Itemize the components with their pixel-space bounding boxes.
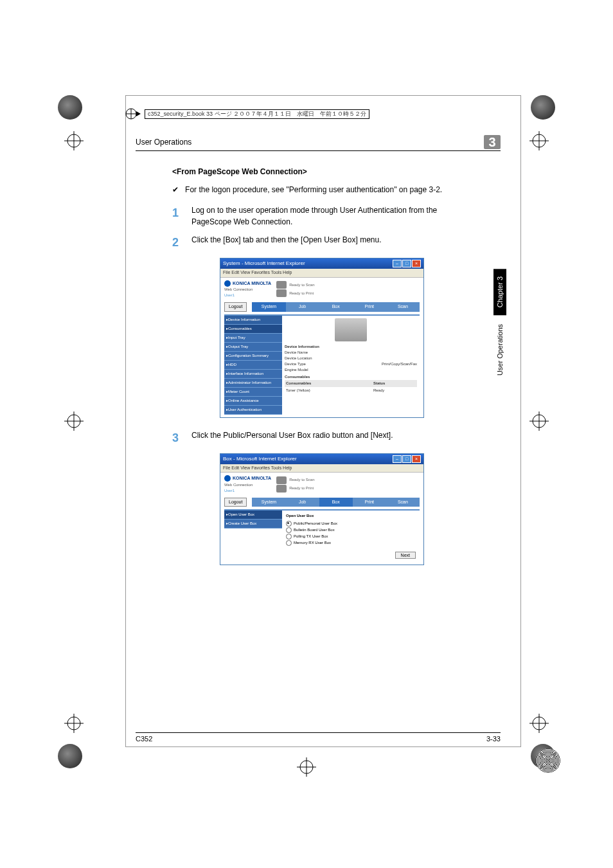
brand-name: KONICA MINOLTA xyxy=(233,475,271,482)
close-icon[interactable]: × xyxy=(412,455,421,463)
main-pane: Open User Box Public/Personal User Box B… xyxy=(282,511,420,562)
screenshot-system: System - Microsoft Internet Explorer – □… xyxy=(220,258,424,418)
status-scan: Ready to Scan xyxy=(289,477,314,483)
step-number: 2 xyxy=(172,234,182,251)
corner-decoration xyxy=(531,95,555,120)
sidebar-item-meter-count[interactable]: ▸Meter Count xyxy=(224,388,282,397)
field-label: Device Name xyxy=(285,350,417,356)
radio-option[interactable]: Memory RX User Box xyxy=(286,540,416,546)
window-title: Box - Microsoft Internet Explorer xyxy=(223,455,297,463)
field-label: Device Location xyxy=(285,356,417,361)
footer-model: C352 xyxy=(136,735,152,743)
minimize-icon[interactable]: – xyxy=(393,455,402,463)
chapter-number-badge: 3 xyxy=(484,135,501,149)
close-icon[interactable]: × xyxy=(412,260,421,267)
radio-icon xyxy=(286,527,292,533)
registration-mark-icon xyxy=(64,714,84,733)
sidebar: ▸Open User Box ▸Create User Box xyxy=(224,511,282,562)
tab-system[interactable]: System xyxy=(252,302,285,312)
logo-icon xyxy=(224,280,231,287)
sidebar-item-hdd[interactable]: ▸HDD xyxy=(224,361,282,370)
section-tab: User Operations xyxy=(496,321,504,378)
browser-menubar[interactable]: File Edit View Favorites Tools Help xyxy=(220,269,423,278)
logout-button[interactable]: Logout xyxy=(224,302,247,312)
note-text: For the logon procedure, see "Performing… xyxy=(185,184,442,195)
status-print: Ready to Print xyxy=(289,485,314,491)
table-header: Consumables xyxy=(285,380,372,387)
device-status: Ready to Scan Ready to Print xyxy=(276,281,314,297)
step-text: Click the Public/Personal User Box radio… xyxy=(191,429,393,441)
side-thumb-tab: Chapter 3 User Operations xyxy=(493,269,506,378)
section-header: User Operations 3 xyxy=(136,135,501,151)
radio-option[interactable]: Public/Personal User Box xyxy=(286,521,416,527)
brand-logo: KONICA MINOLTA xyxy=(224,280,271,287)
sidebar-item-interface-info[interactable]: ▸Interface Information xyxy=(224,370,282,379)
sidebar-item-create-user-box[interactable]: ▸Create User Box xyxy=(224,520,282,529)
screenshot-box: Box - Microsoft Internet Explorer – □ × … xyxy=(220,453,424,565)
user-label: User1 xyxy=(224,488,271,494)
tab-row: Logout System Job Box Print Scan xyxy=(220,301,423,313)
tab-box[interactable]: Box xyxy=(319,302,353,312)
note-row: ✔ For the logon procedure, see "Performi… xyxy=(172,184,468,195)
sidebar-item-online-assist[interactable]: ▸Online Assistance xyxy=(224,397,282,406)
logo-icon xyxy=(224,475,231,482)
tab-scan[interactable]: Scan xyxy=(386,498,420,507)
sidebar-item-consumables[interactable]: ▸Consumables xyxy=(224,325,282,334)
browser-menubar[interactable]: File Edit View Favorites Tools Help xyxy=(220,464,423,473)
sidebar-item-open-user-box[interactable]: ▸Open User Box xyxy=(224,511,282,520)
registration-mark-icon xyxy=(529,131,549,150)
tab-system[interactable]: System xyxy=(252,498,285,507)
sidebar-item-output-tray[interactable]: ▸Output Tray xyxy=(224,343,282,352)
sidebar-item-admin-info[interactable]: ▸Administrator Information xyxy=(224,379,282,388)
pdf-header: c352_security_E.book 33 ページ ２００７年４月１１日 水… xyxy=(125,108,520,120)
brand-row: KONICA MINOLTA Web Connection User1 Read… xyxy=(220,473,423,496)
tab-print[interactable]: Print xyxy=(353,498,386,507)
maximize-icon[interactable]: □ xyxy=(402,455,411,463)
sidebar-item-device-info[interactable]: ▸Device Information xyxy=(224,316,282,325)
option-label: Memory RX User Box xyxy=(294,540,331,546)
tab-scan[interactable]: Scan xyxy=(386,302,420,312)
radio-option[interactable]: Bulletin Board User Box xyxy=(286,527,416,533)
registration-mark-icon xyxy=(529,714,549,733)
window-titlebar: System - Microsoft Internet Explorer – □… xyxy=(220,258,423,269)
sidebar-item-input-tray[interactable]: ▸Input Tray xyxy=(224,334,282,343)
next-button[interactable]: Next xyxy=(395,552,416,559)
printer-icon xyxy=(276,485,287,493)
corner-decoration xyxy=(536,748,560,773)
brand-logo: KONICA MINOLTA xyxy=(224,475,271,482)
option-label: Bulletin Board User Box xyxy=(294,527,335,533)
chapter-tab: Chapter 3 xyxy=(493,269,506,315)
main-pane: Device Information Device Name Device Lo… xyxy=(282,316,420,415)
corner-decoration xyxy=(58,744,82,768)
tab-row: Logout System Job Box Print Scan xyxy=(220,496,423,509)
tab-job[interactable]: Job xyxy=(286,302,319,312)
sidebar-item-user-auth[interactable]: ▸User Authentication xyxy=(224,406,282,415)
page-footer: C352 3-33 xyxy=(136,732,501,743)
tab-box[interactable]: Box xyxy=(319,498,353,507)
sidebar-item-config-summary[interactable]: ▸Configuration Summary xyxy=(224,352,282,361)
content-heading: <From PageScope Web Connection> xyxy=(172,166,468,177)
status-scan: Ready to Scan xyxy=(289,282,314,288)
maximize-icon[interactable]: □ xyxy=(402,260,411,267)
page-content: <From PageScope Web Connection> ✔ For th… xyxy=(172,166,468,577)
user-label: User1 xyxy=(224,293,271,298)
radio-icon xyxy=(286,521,292,527)
window-buttons: – □ × xyxy=(393,260,421,267)
window-buttons: – □ × xyxy=(393,455,421,463)
table-header: Status xyxy=(372,380,417,387)
tab-job[interactable]: Job xyxy=(286,498,319,507)
step-text: Click the [Box] tab and then the [Open U… xyxy=(191,234,382,246)
step-1: 1 Log on to the user operation mode thro… xyxy=(172,204,468,228)
tab-print[interactable]: Print xyxy=(353,302,386,312)
step-number: 3 xyxy=(172,429,182,447)
radio-option[interactable]: Polling TX User Box xyxy=(286,534,416,539)
pane-heading: Consumables xyxy=(285,374,417,380)
footer-page-number: 3-33 xyxy=(486,735,501,743)
status-print: Ready to Print xyxy=(289,291,314,296)
consumables-table: ConsumablesStatus Toner (Yellow)Ready xyxy=(285,380,417,394)
field-label: Device Type xyxy=(285,361,306,367)
minimize-icon[interactable]: – xyxy=(393,260,402,267)
brand-subtitle: Web Connection xyxy=(224,482,271,488)
logout-button[interactable]: Logout xyxy=(224,498,247,507)
table-cell: Toner (Yellow) xyxy=(285,387,372,394)
